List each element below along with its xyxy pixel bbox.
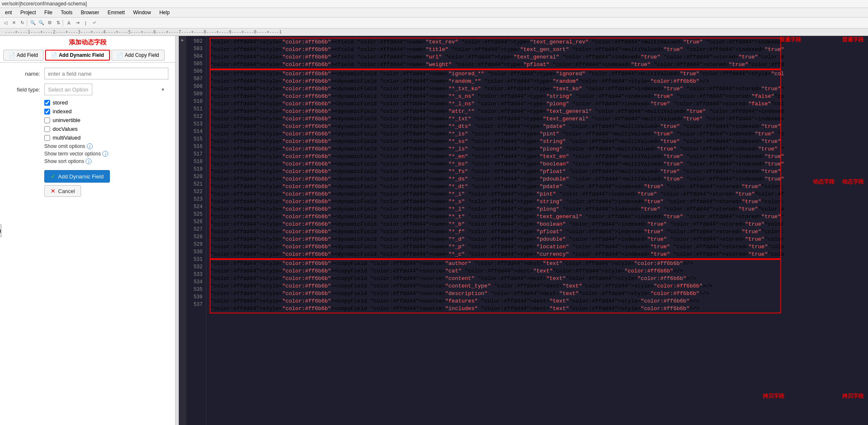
check-icon: ✔: [51, 173, 56, 180]
menu-tools[interactable]: Tools: [59, 9, 74, 16]
show-omit-options: Show omit options i: [44, 143, 168, 149]
x-icon: ✕: [51, 188, 56, 194]
toolbar-refresh[interactable]: ↻: [18, 19, 26, 27]
toolbar-sort[interactable]: ⇅: [54, 19, 62, 27]
tab-add-dynamic-field[interactable]: 📄 Add Dynamic Field: [45, 50, 110, 61]
show-omit-label: Show omit options: [44, 143, 85, 149]
menu-help[interactable]: Help: [157, 9, 171, 16]
toolbar-back[interactable]: ◁: [2, 19, 9, 27]
file-path-text: ver/solr/jhcore/conf/managed-schema]: [2, 1, 87, 7]
cancel-button[interactable]: ✕ Cancel: [44, 185, 81, 197]
field-type-select-wrapper: Select an Option ▼: [44, 84, 168, 95]
show-options: Show omit options i Show term vector opt…: [44, 143, 168, 164]
toolbar-format[interactable]: A: [65, 19, 73, 27]
toolbar-search[interactable]: 🔍: [29, 19, 37, 27]
editor-content[interactable]: ▶ 50250350450550650750850951051151251351…: [179, 36, 868, 425]
line-numbers: 5025035045055065075085095105115125135145…: [186, 36, 206, 425]
toolbar: ◁ ✕ ↻ 🔍 🔍 ⚙ ⇅ A ⇥ | ⤶: [0, 18, 868, 28]
toolbar-close[interactable]: ✕: [10, 19, 18, 27]
checkbox-stored-input[interactable]: [44, 100, 50, 106]
fold-arrow[interactable]: ▶: [181, 38, 184, 43]
select-arrow-icon: ▼: [161, 87, 165, 92]
menu-project[interactable]: Project: [19, 9, 38, 16]
checkbox-uninvertible: uninvertible: [44, 117, 168, 123]
checkbox-indexed: indexed: [44, 108, 168, 115]
add-copy-icon: 📄: [117, 52, 123, 58]
add-dynamic-label: Add Dynamic Field: [59, 52, 104, 58]
toolbar-search2[interactable]: 🔍: [38, 19, 45, 27]
tab-add-field[interactable]: 📄 Add Field: [3, 50, 43, 61]
show-sort-label: Show sort options: [44, 158, 84, 164]
toolbar-wrap[interactable]: ⤶: [90, 19, 98, 27]
field-type-row: field type: Select an Option ▼: [7, 84, 168, 95]
panel-title: 添加动态字段: [0, 36, 175, 48]
show-term-vector-options: Show term vector options i: [44, 151, 168, 157]
checkbox-multivalued: multiValued: [44, 135, 168, 141]
name-label: name:: [7, 71, 40, 77]
copy-field-annotation: 拷贝字段: [842, 392, 864, 400]
left-panel: ◀ 添加动态字段 📄 Add Field 📄 Add Dynamic Field…: [0, 36, 175, 425]
menu-ent[interactable]: ent: [3, 9, 14, 16]
tab-buttons: 📄 Add Field 📄 Add Dynamic Field 📄 Add Co…: [0, 48, 175, 63]
show-sort-info-icon[interactable]: i: [86, 158, 91, 164]
file-path-bar: ver/solr/jhcore/conf/managed-schema]: [0, 0, 868, 8]
toolbar-gear[interactable]: ⚙: [46, 19, 53, 27]
checkbox-indexed-input[interactable]: [44, 109, 50, 115]
button-group: ✔ Add Dynamic Field ✕ Cancel: [44, 170, 168, 197]
dynamic-field-annotation: 动态字段: [842, 178, 864, 186]
checkbox-stored-label: stored: [53, 99, 68, 106]
code-area: "color:#ffdd44">style="color:#ff6b6b"><f…: [206, 36, 784, 425]
resize-gutter[interactable]: [175, 36, 179, 425]
add-dynamic-field-btn-label: Add Dynamic Field: [58, 173, 104, 180]
ruler: ----+----1----+----2----+----3----+----4…: [0, 28, 868, 36]
checkbox-docvalues-input[interactable]: [44, 126, 50, 132]
add-dynamic-icon: 📄: [51, 52, 57, 58]
checkbox-uninvertible-label: uninvertible: [53, 117, 81, 123]
form-body: name: field type: Select an Option ▼ sto…: [0, 63, 175, 202]
normal-field-annotation: 普通字段: [842, 36, 864, 43]
name-row: name:: [7, 68, 168, 79]
menu-window[interactable]: Window: [132, 9, 153, 16]
menu-browser[interactable]: Browser: [79, 9, 101, 16]
checkbox-group: stored indexed uninvertible docValues mu…: [44, 99, 168, 141]
checkbox-docvalues: docValues: [44, 126, 168, 132]
field-type-label: field type:: [7, 87, 40, 93]
checkbox-docvalues-label: docValues: [53, 126, 78, 132]
checkbox-stored: stored: [44, 99, 168, 106]
right-panel: 普通字段 动态字段 拷贝字段 ▶ 50250350450550650750850…: [179, 36, 868, 425]
checkbox-indexed-label: indexed: [53, 108, 72, 115]
menu-emmett[interactable]: Emmett: [106, 9, 126, 16]
add-field-icon: 📄: [9, 52, 15, 58]
show-term-label: Show term vector options: [44, 151, 101, 157]
ruler-text: ----+----1----+----2----+----3----+----4…: [2, 30, 285, 34]
checkbox-uninvertible-input[interactable]: [44, 117, 50, 123]
name-input[interactable]: [44, 68, 168, 79]
checkbox-multivalued-input[interactable]: [44, 135, 50, 141]
show-term-info-icon[interactable]: i: [102, 151, 108, 157]
checkbox-multivalued-label: multiValued: [53, 135, 81, 141]
add-dynamic-field-button[interactable]: ✔ Add Dynamic Field: [44, 170, 110, 183]
tab-add-copy-field[interactable]: 📄 Add Copy Field: [112, 50, 165, 61]
collapse-arrow[interactable]: ◀: [0, 224, 2, 237]
toolbar-indent[interactable]: ⇥: [74, 19, 81, 27]
cancel-btn-label: Cancel: [58, 188, 75, 194]
menu-bar: ent Project File Tools Browser Emmett Wi…: [0, 8, 868, 18]
toolbar-col[interactable]: |: [82, 19, 89, 27]
show-omit-info-icon[interactable]: i: [87, 143, 93, 149]
add-field-label: Add Field: [17, 52, 38, 58]
show-sort-options: Show sort options i: [44, 158, 168, 164]
field-type-select[interactable]: Select an Option: [44, 84, 92, 95]
add-copy-label: Add Copy Field: [125, 52, 159, 58]
menu-file[interactable]: File: [43, 9, 54, 16]
main-layout: ◀ 添加动态字段 📄 Add Field 📄 Add Dynamic Field…: [0, 36, 868, 425]
